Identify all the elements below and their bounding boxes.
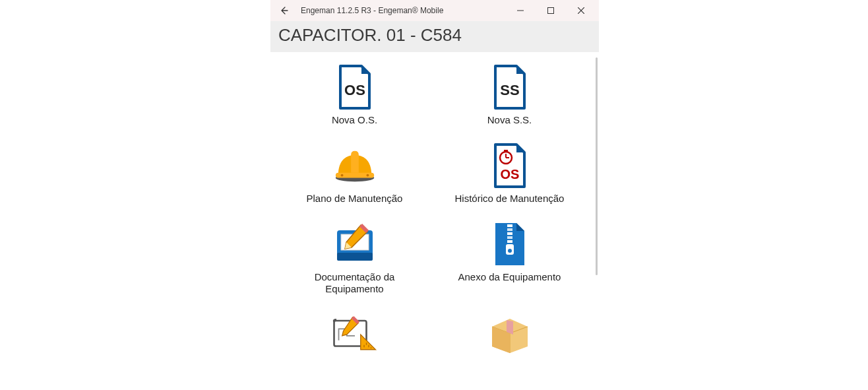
minimize-button[interactable] xyxy=(505,0,536,21)
document-os-clock-icon: OS xyxy=(487,143,533,189)
svg-rect-16 xyxy=(507,232,512,235)
svg-rect-8 xyxy=(504,150,508,152)
svg-point-6 xyxy=(366,174,369,176)
svg-rect-17 xyxy=(507,236,512,239)
tile-historico-manutencao[interactable]: OS Histórico de Manutenção xyxy=(432,143,587,205)
titlebar: Engeman 11.2.5 R3 - Engeman® Mobile xyxy=(270,0,599,21)
svg-text:OS: OS xyxy=(500,167,519,181)
svg-point-20 xyxy=(508,249,512,253)
book-pencil-icon xyxy=(332,221,378,267)
zip-file-icon xyxy=(487,221,533,267)
tile-label: Nova S.S. xyxy=(487,114,532,127)
svg-rect-18 xyxy=(507,240,512,243)
back-button[interactable] xyxy=(273,5,294,16)
tile-label: Anexo da Equipamento xyxy=(458,271,561,284)
document-ss-icon: SS xyxy=(487,64,533,110)
tile-nova-os[interactable]: OS Nova O.S. xyxy=(277,64,432,127)
close-icon xyxy=(578,7,584,14)
content: OS Nova O.S. SS Nova S.S. xyxy=(270,52,599,390)
svg-rect-15 xyxy=(507,228,512,231)
page-header: CAPACITOR. 01 - C584 xyxy=(270,21,599,52)
tile-label: Histórico de Manutenção xyxy=(455,193,565,205)
tile-documentacao-equipamento[interactable]: Documentação da Equipamento xyxy=(277,221,432,296)
arrow-left-icon xyxy=(278,5,289,16)
svg-text:SS: SS xyxy=(500,82,519,98)
document-os-icon: OS xyxy=(332,64,378,110)
svg-point-5 xyxy=(340,174,343,176)
svg-rect-0 xyxy=(548,8,554,14)
tile-label: Documentação da Equipamento xyxy=(289,271,421,296)
window-title: Engeman 11.2.5 R3 - Engeman® Mobile xyxy=(294,6,505,15)
tile-grid: OS Nova O.S. SS Nova S.S. xyxy=(270,52,594,362)
svg-rect-11 xyxy=(337,253,373,261)
tile-label: Nova O.S. xyxy=(332,114,377,127)
tile-anexo-equipamento[interactable]: Anexo da Equipamento xyxy=(432,221,587,296)
svg-rect-14 xyxy=(507,224,512,227)
tile-plano-manutencao[interactable]: Plano de Manutenção xyxy=(277,143,432,205)
maximize-icon xyxy=(547,7,554,14)
scroll-area: OS Nova O.S. SS Nova S.S. xyxy=(270,52,594,390)
app-window: Engeman 11.2.5 R3 - Engeman® Mobile CAPA… xyxy=(270,0,599,390)
package-box-icon xyxy=(487,311,533,358)
tile-label: Plano de Manutenção xyxy=(307,193,403,205)
tile-box[interactable] xyxy=(432,311,587,362)
svg-text:OS: OS xyxy=(344,82,365,98)
page-title: CAPACITOR. 01 - C584 xyxy=(278,25,591,46)
close-button[interactable] xyxy=(566,0,596,21)
maximize-button[interactable] xyxy=(536,0,566,21)
window-controls xyxy=(505,0,596,21)
scrollbar[interactable] xyxy=(596,57,598,275)
blueprint-ruler-icon xyxy=(332,311,378,358)
tile-blueprint[interactable] xyxy=(277,311,432,362)
minimize-icon xyxy=(517,7,524,14)
tile-nova-ss[interactable]: SS Nova S.S. xyxy=(432,64,587,127)
hardhat-icon xyxy=(332,143,378,189)
